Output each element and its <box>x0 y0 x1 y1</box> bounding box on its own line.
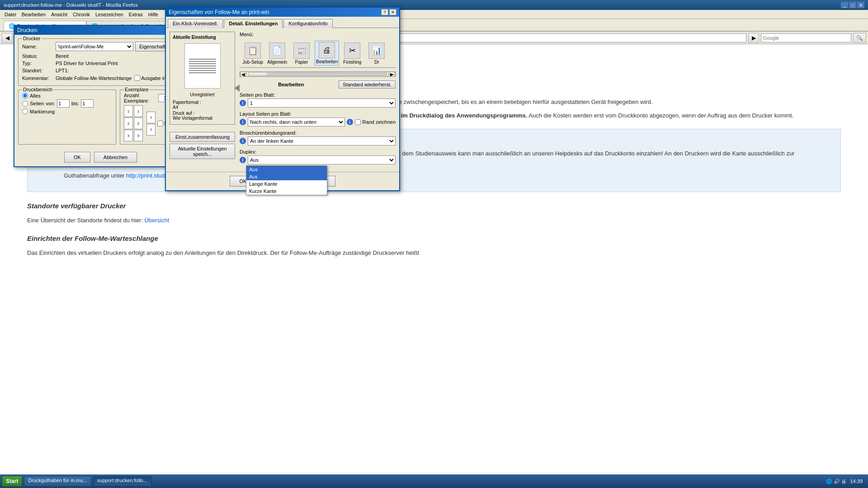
seiten-label: Seiten pro Blatt: <box>240 92 396 98</box>
name-row: Name: \\print-win\Follow-Me Eigenschafte… <box>22 42 179 52</box>
menu-label: Menü: <box>240 32 396 37</box>
type-value: PS Driver for Universal Print <box>56 61 118 66</box>
name-label: Name: <box>22 44 54 49</box>
zusammenfassung-btn[interactable]: Einst.zusammenfassung <box>170 132 235 142</box>
menu-extras[interactable]: Extras <box>126 12 146 17</box>
type-row: Typ: PS Driver for Universal Print <box>22 61 179 66</box>
von-input[interactable] <box>57 99 70 108</box>
alles-radio[interactable] <box>22 93 28 99</box>
preview-lines <box>189 57 216 75</box>
drucken-dialog-body: Drucker Name: \\print-win\Follow-Me Eige… <box>14 35 187 166</box>
layout-select[interactable]: Nach rechts, dann nach unten <box>248 117 345 127</box>
standort-label: Standort: <box>22 68 54 73</box>
markierung-radio[interactable] <box>22 108 28 114</box>
menu-item-finishing[interactable]: ✂ Finishing <box>341 42 363 66</box>
taskbar-item1[interactable]: Druckguthaben für m.mu... <box>24 476 91 486</box>
bis-label: bis: <box>71 101 79 106</box>
search-bar[interactable] <box>761 33 851 42</box>
close-browser-btn[interactable]: ✕ <box>857 2 864 8</box>
job-setup-label: Job-Setup <box>242 60 263 65</box>
drucker-group: Drucker Name: \\print-win\Follow-Me Eige… <box>18 38 183 86</box>
back-btn[interactable]: ◀ <box>2 33 13 43</box>
taskbar-time: 14:39 <box>850 479 863 484</box>
left-arrow <box>234 84 240 92</box>
markierung-label: Markierung <box>30 109 55 114</box>
line4 <box>189 66 216 66</box>
standorte-link[interactable]: Übersicht <box>144 217 169 224</box>
minimize-btn[interactable]: _ <box>841 2 848 8</box>
props-title-controls[interactable]: ? ✕ <box>381 9 396 15</box>
scroll-thumb <box>249 73 267 75</box>
taskbar-right: 🌐 🔊 🖨 14:39 <box>822 479 866 484</box>
finishing-icon: ✂ <box>344 42 360 59</box>
duplex-option-lange[interactable]: Lange Kante <box>246 180 327 188</box>
druckauf-label: Druck auf :Wie Vorlagenformat <box>173 111 232 121</box>
seiten-radio[interactable] <box>22 101 28 107</box>
drucken-dialog-title: Drucken ? ✕ <box>14 26 187 35</box>
page8: 1 <box>146 124 156 136</box>
menu-bearbeiten[interactable]: Bearbeiten <box>19 12 48 17</box>
page2: 2 <box>124 117 133 129</box>
browser-title-controls[interactable]: _ □ ✕ <box>841 2 864 8</box>
menu-item-job-setup[interactable]: 📋 Job-Setup <box>241 42 264 66</box>
printer-select[interactable]: \\print-win\Follow-Me <box>56 42 133 51</box>
menu-datei[interactable]: Datei <box>2 12 19 17</box>
paper-info: Papierformat :A4 Druck auf :Wie Vorlagen… <box>173 100 232 121</box>
maximize-btn[interactable]: □ <box>849 2 856 8</box>
papier-icon: 📰 <box>293 42 310 59</box>
go-btn[interactable]: ▶ <box>748 33 759 43</box>
scroll-right-btn[interactable]: ▶ <box>389 71 395 77</box>
props-dialog-title: Eigenschaften von Follow-Me an print-win… <box>166 8 399 17</box>
menu-item-bearbeiten[interactable]: 🖨 Bearbeiten <box>315 41 339 66</box>
menu-item-allgemein[interactable]: 📄 Allgemein <box>266 42 288 66</box>
search-btn[interactable]: 🔍 <box>853 33 866 43</box>
props-right-panel: Menü: 📋 Job-Setup 📄 Allgemein 📰 Papier 🖨 <box>240 32 396 164</box>
menu-item-papier[interactable]: 📰 Papier <box>290 42 313 66</box>
seiten-select[interactable]: 1 <box>248 99 396 108</box>
line6 <box>189 70 216 71</box>
bis-input[interactable] <box>81 99 94 108</box>
menu-scroll-bar[interactable]: ◀ ▶ <box>240 71 396 77</box>
tab-detail[interactable]: Detail. Einstellungen <box>224 19 283 28</box>
duplex-select[interactable]: Aus <box>248 155 396 164</box>
menu-lesezeichen[interactable]: Lesezeichen <box>93 12 126 17</box>
duplex-dropdown: Aus Aus Lange Kante Kurze Kante <box>246 165 327 195</box>
props-help-btn[interactable]: ? <box>381 9 388 15</box>
duplex-option-aus1[interactable]: Aus <box>246 166 327 173</box>
sortieren-checkbox[interactable] <box>157 121 163 127</box>
finishing-label: Finishing <box>343 60 361 65</box>
menu-hilfe[interactable]: Hilfe <box>146 12 161 17</box>
props-close-btn[interactable]: ✕ <box>389 9 396 15</box>
drucken-abbrechen-btn[interactable]: Abbrechen <box>94 152 137 163</box>
druckbereich-label: Druckbereich <box>22 87 53 92</box>
scroll-left-btn[interactable]: ◀ <box>240 71 246 77</box>
seiten-label: Seiten <box>30 101 44 106</box>
speichern-btn[interactable]: Aktuelle Einstellungen speich... <box>170 144 235 159</box>
menu-item-dr[interactable]: 📊 Dr <box>365 42 388 66</box>
standard-btn[interactable]: Standard wiederherst. <box>339 80 396 89</box>
ausgabe-checkbox[interactable] <box>134 75 140 81</box>
duplex-option-kurze[interactable]: Kurze Kante <box>246 188 327 195</box>
status-value: Bereit <box>56 53 69 59</box>
brosch-select[interactable]: An der linken Kante <box>248 136 396 145</box>
job-setup-icon: 📋 <box>245 42 261 59</box>
taskbar-item2[interactable]: support:drucken:follo... <box>93 476 151 486</box>
duplex-option-aus2[interactable]: Aus <box>246 173 327 180</box>
start-button[interactable]: Start <box>2 476 22 487</box>
tab-voreinstell[interactable]: Ein-Klick-Voreinstell. <box>168 19 223 28</box>
browser-menu-bar: Datei Bearbeiten Ansicht Chronik Lesezei… <box>0 10 868 19</box>
dr-icon: 📊 <box>368 42 385 59</box>
duplex-info-icon: i <box>240 157 246 163</box>
drucken-dialog: Drucken ? ✕ Drucker Name: \\print-win\Fo… <box>14 25 188 167</box>
rand-checkbox[interactable] <box>355 119 361 125</box>
type-label: Typ: <box>22 61 54 66</box>
tab-konfig[interactable]: Konfiguration/Info <box>283 19 332 28</box>
rand-label: Rand zeichnen <box>363 119 396 125</box>
bearbeiten-section-label: Bearbeiten <box>278 82 304 87</box>
bearbeiten-label-icon: Bearbeiten <box>316 59 338 64</box>
menu-ansicht[interactable]: Ansicht <box>48 12 70 17</box>
browser-title-bar: support:drucken:follow-me - Dokuwiki stu… <box>0 0 868 10</box>
drucken-ok-btn[interactable]: OK <box>64 152 90 163</box>
current-setting-box: Aktuelle Einstellung Unregistriert Papie… <box>170 32 235 125</box>
menu-chronik[interactable]: Chronik <box>70 12 93 17</box>
